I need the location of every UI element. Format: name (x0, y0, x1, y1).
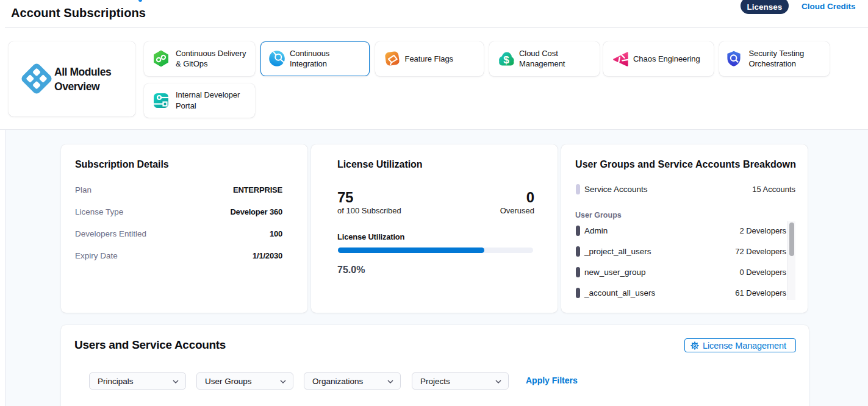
svg-text:$: $ (503, 54, 509, 66)
